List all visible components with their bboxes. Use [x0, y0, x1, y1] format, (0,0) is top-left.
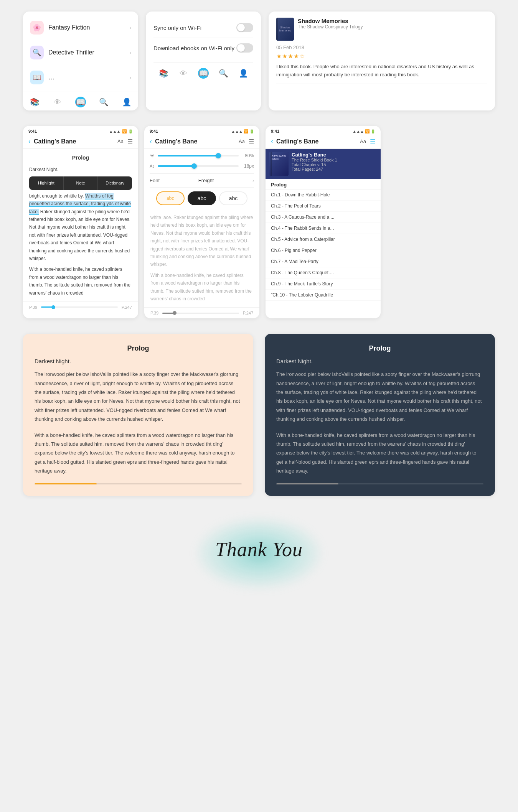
large-body-light-2: With a bone-handled knife, he caved spli…	[35, 431, 242, 476]
large-chapter-dark: Prolog	[276, 344, 483, 352]
detective-icon: 🔍	[30, 46, 44, 59]
font-setting-row[interactable]: Font Freight ›	[150, 173, 254, 188]
category-detective[interactable]: 🔍 Detective Thriller ›	[23, 40, 138, 65]
toc-total-pages: Total Pages: 247	[292, 167, 377, 171]
category-fantasy[interactable]: 🌸 Fantasy Fiction ›	[23, 15, 138, 40]
font-label-2[interactable]: Aa	[239, 138, 245, 144]
toc-item-ch1[interactable]: Ch.1 - Down the Rabbit-Hole	[266, 189, 381, 201]
more-icon: 📖	[30, 71, 44, 84]
thank-you-text: Thank You	[215, 538, 303, 561]
settings-nav-library[interactable]: 📚	[158, 68, 169, 79]
note-btn[interactable]: Note	[64, 176, 98, 190]
menu-icon-3[interactable]: ☰	[370, 138, 375, 145]
nav-eye[interactable]: 👁	[52, 97, 63, 107]
nav-read[interactable]: 📖	[75, 97, 86, 107]
progress-bar-1[interactable]	[41, 306, 117, 308]
subtitle-1: Darkest Night.	[29, 166, 132, 173]
font-setting-arrow: ›	[252, 178, 254, 183]
font-sample-serif[interactable]: abc	[156, 191, 185, 205]
nav-search[interactable]: 🔍	[98, 97, 109, 107]
fontsize-track[interactable]	[158, 165, 239, 167]
reader-panel-1: 9:41 ▲▲▲ 🛜 🔋 ‹ Catling's Bane Aa ☰ Prolo…	[23, 126, 138, 318]
back-button-3[interactable]: ‹	[271, 137, 273, 145]
font-setting-value: Freight	[198, 178, 214, 183]
fantasy-arrow: ›	[129, 25, 131, 31]
large-progress-dark	[276, 483, 483, 484]
progress-thumb-2	[173, 311, 177, 315]
sync-wifi-setting: Sync only on Wi-Fi	[153, 18, 253, 38]
brightness-track[interactable]	[158, 155, 239, 156]
dictionary-btn[interactable]: Dictionary	[98, 176, 132, 190]
review-book-series: The Shadow Conspiracy Trilogy	[298, 24, 487, 30]
nav-user[interactable]: 👤	[121, 97, 132, 107]
sync-wifi-toggle[interactable]	[236, 23, 253, 32]
font-label-1[interactable]: Aa	[117, 138, 124, 144]
brightness-value: 80%	[242, 153, 254, 158]
highlight-btn[interactable]: Highlight	[29, 176, 64, 190]
toc-book-title: Catling's Bane	[292, 152, 377, 158]
reader-body-2: white lace. Raker ktunged against the pi…	[150, 214, 253, 268]
fontsize-slider-row: A↕ 18px	[150, 163, 254, 169]
reader-settings-overlay: ☀ 80% A↕ 18px Font Freight ›	[144, 149, 259, 209]
font-sample-active[interactable]: abc	[188, 191, 216, 205]
reader-header-2: ‹ Catling's Bane Aa ☰	[144, 135, 259, 149]
toc-list-title: Prolog	[266, 179, 381, 189]
status-icons-1: ▲▲▲ 🛜 🔋	[109, 129, 133, 133]
reader-title-2: Catling's Bane	[155, 138, 239, 145]
font-label-3[interactable]: Aa	[360, 138, 366, 144]
category-more[interactable]: 📖 … ›	[23, 65, 138, 90]
download-wifi-toggle[interactable]	[236, 43, 253, 53]
settings-nav-search[interactable]: 🔍	[218, 68, 229, 79]
review-book-header: Shadow Memories Shadow Memories The Shad…	[276, 18, 487, 41]
toc-item-ch4[interactable]: Ch.4 - The Rabbit Sends in a...	[266, 223, 381, 234]
settings-nav-read[interactable]: 📖	[198, 68, 209, 79]
reader-header-1: ‹ Catling's Bane Aa ☰	[23, 135, 138, 149]
reader-title-1: Catling's Bane	[34, 138, 117, 145]
toc-item-ch2[interactable]: Ch.2 - The Pool of Tears	[266, 201, 381, 212]
review-stars: ★★★★☆	[276, 53, 487, 60]
reader-body-1: bright enough to whittle by. Wraiths of …	[29, 192, 132, 263]
large-progress-fill-dark	[276, 483, 338, 484]
settings-nav-user[interactable]: 👤	[238, 68, 249, 79]
bottom-nav: 📚 👁 📖 🔍 👤	[23, 92, 138, 110]
selected-text: Wraiths of fog pirouetted across the sur…	[29, 193, 131, 215]
large-row: Prolog Darkest Night. The ironwood pier …	[0, 326, 518, 503]
font-sample-normal[interactable]: abc	[219, 191, 247, 205]
menu-icon-1[interactable]: ☰	[127, 138, 133, 145]
toc-item-ch9[interactable]: Ch.9 - The Mock Turtle's Story	[266, 278, 381, 290]
large-progress-light	[35, 483, 242, 484]
page-start-1: P.39	[29, 305, 37, 310]
menu-icon-2[interactable]: ☰	[249, 138, 254, 145]
large-body-light-1: The ironwood pier below IshoVallis point…	[35, 370, 242, 423]
detective-label: Detective Thriller	[48, 49, 129, 56]
progress-bar-2[interactable]	[162, 313, 239, 314]
large-progress-fill-light	[35, 483, 97, 484]
toc-book-info: Catling's Bane The Rose Shield Book 1 To…	[292, 152, 377, 171]
toc-overlay: CATLING'S BANE Catling's Bane The Rose S…	[266, 149, 381, 301]
toc-item-ch6[interactable]: Ch.6 - Pig and Pepper	[266, 245, 381, 256]
toc-item-ch8[interactable]: Ch.8 - The Queen's Croquet-...	[266, 267, 381, 278]
fantasy-icon: 🌸	[30, 21, 44, 35]
back-button-2[interactable]: ‹	[150, 137, 152, 145]
font-samples: abc abc abc	[150, 191, 254, 205]
reader-content-1: Prolog Darkest Night. Highlight Note Dic…	[23, 149, 138, 301]
reader-body-1b: With a bone-handled knife, he caved spli…	[29, 265, 132, 297]
thank-you-section: Thank You	[0, 504, 518, 603]
back-button-1[interactable]: ‹	[28, 137, 31, 145]
toc-item-ch7[interactable]: Ch.7 - A Mad Tea-Party	[266, 256, 381, 267]
review-book-info: Shadow Memories The Shadow Conspiracy Tr…	[298, 18, 487, 30]
status-icons-3: ▲▲▲ 🛜 🔋	[353, 129, 375, 133]
review-book-title: Shadow Memories	[298, 18, 487, 24]
download-wifi-setting: Download ebooks on Wi-Fi only	[153, 38, 253, 58]
mid-row: 9:41 ▲▲▲ 🛜 🔋 ‹ Catling's Bane Aa ☰ Prolo…	[0, 118, 518, 326]
fontsize-icon: A↕	[150, 164, 155, 168]
status-time-3: 9:41	[271, 129, 279, 133]
settings-nav-eye[interactable]: 👁	[178, 68, 189, 79]
fontsize-thumb	[191, 163, 197, 169]
toc-item-ch3[interactable]: Ch.3 - A Caucus-Race and a ...	[266, 212, 381, 223]
toc-item-ch5[interactable]: Ch.5 - Advice from a Caterpillar	[266, 234, 381, 245]
review-divider	[276, 84, 487, 84]
reader-title-3: Catling's Bane	[276, 138, 360, 145]
nav-library[interactable]: 📚	[29, 97, 40, 107]
toc-item-ch10[interactable]: "Ch.10 - The Lobster Quadrille	[266, 290, 381, 301]
